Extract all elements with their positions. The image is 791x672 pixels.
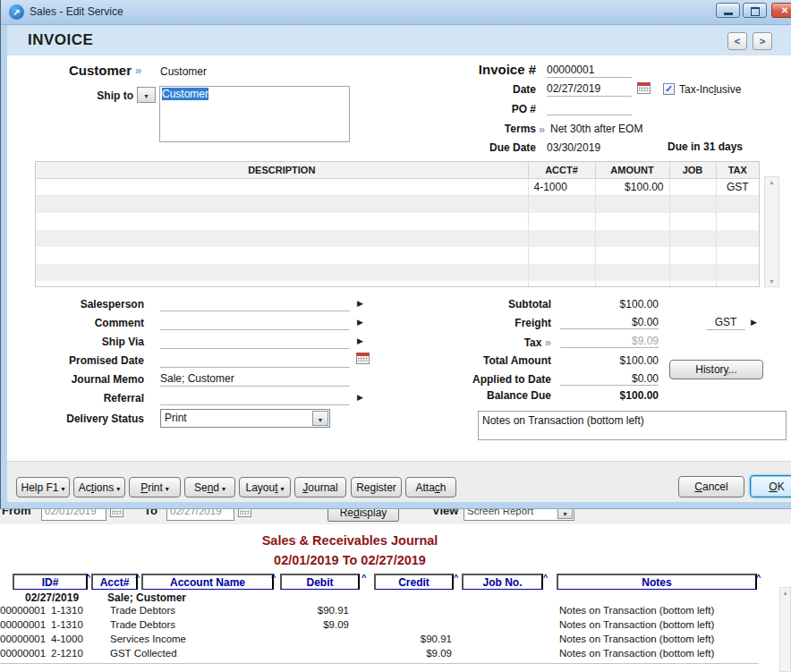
cell-acct[interactable]: 4-1000 xyxy=(528,179,595,196)
register-button[interactable]: Register xyxy=(351,477,402,498)
items-scrollbar[interactable]: ▲ ▼ xyxy=(764,176,779,287)
nav-forward-icon: > xyxy=(760,36,765,47)
customer-value[interactable]: Customer xyxy=(160,65,207,78)
report-col-job[interactable]: Job No. xyxy=(462,574,543,590)
nav-forward-button[interactable]: > xyxy=(753,32,772,50)
cell-account-name: GST Collected xyxy=(110,648,262,659)
tax-field[interactable]: $9.09 xyxy=(560,335,659,348)
ship-via-field[interactable] xyxy=(160,335,350,349)
report-col-account-name[interactable]: Account Name xyxy=(141,574,274,590)
referral-detail-arrow-icon[interactable]: ▶ xyxy=(357,393,363,402)
line-items-table: DESCRIPTION ACCT# AMOUNT JOB TAX 4-1000 … xyxy=(35,161,760,287)
delivery-status-select[interactable]: Print ▼ xyxy=(160,409,330,428)
report-col-debit[interactable]: Debit xyxy=(280,574,360,590)
ship-to-selected-text: Customer xyxy=(162,88,208,100)
line-item-row-empty[interactable] xyxy=(36,264,759,281)
help-button[interactable]: Help F1▾ xyxy=(16,477,70,498)
page-title: INVOICE xyxy=(28,31,93,49)
invoice-no-field[interactable]: 00000001 xyxy=(547,64,632,78)
scroll-up-icon[interactable]: ▲ xyxy=(765,179,778,185)
sort-caret-icon[interactable]: ^ xyxy=(454,573,458,582)
date-calendar-icon[interactable] xyxy=(637,82,651,94)
line-item-row-empty[interactable] xyxy=(36,196,759,213)
line-item-row-empty[interactable] xyxy=(36,230,759,247)
cell-description[interactable] xyxy=(36,179,528,196)
freight-tax-detail-arrow-icon[interactable]: ▶ xyxy=(751,318,757,327)
comment-detail-arrow-icon[interactable]: ▶ xyxy=(357,318,363,327)
line-item-row[interactable]: 4-1000 $100.00 GST xyxy=(36,179,759,196)
tax-inclusive-checkbox[interactable]: ✓ xyxy=(663,83,675,95)
redisplay-button[interactable]: Redisplay xyxy=(327,509,399,522)
print-button[interactable]: Print▾ xyxy=(129,477,181,498)
view-dropdown-button[interactable]: ▼ xyxy=(557,509,573,519)
report-col-credit[interactable]: Credit xyxy=(374,574,454,590)
cell-id: 00000001 xyxy=(0,605,47,616)
ship-via-detail-arrow-icon[interactable]: ▶ xyxy=(357,336,363,345)
tax-detail-chevron-icon[interactable]: » xyxy=(545,336,551,349)
from-date-input[interactable]: 02/01/2019 xyxy=(41,509,106,521)
due-date-label: Due Date xyxy=(421,141,536,154)
cell-acct: 2-1210 xyxy=(51,648,105,659)
po-field[interactable] xyxy=(547,101,632,115)
cell-amount[interactable]: $100.00 xyxy=(595,179,669,196)
sort-caret-icon[interactable]: ^ xyxy=(361,573,366,582)
promised-date-calendar-icon[interactable] xyxy=(356,353,370,364)
window-titlebar[interactable]: ↗ Sales - Edit Service ✕ xyxy=(1,0,791,25)
invoice-no-label: Invoice # xyxy=(421,62,536,77)
cell-tax[interactable]: GST xyxy=(716,179,759,196)
maximize-button[interactable] xyxy=(743,3,767,18)
report-filter-toolbar: From 02/01/2019 To 02/27/2019 Redisplay … xyxy=(0,509,791,524)
from-calendar-icon[interactable] xyxy=(110,509,123,517)
salesperson-detail-arrow-icon[interactable]: ▶ xyxy=(357,299,363,308)
ok-button[interactable]: OK xyxy=(750,475,791,498)
ship-to-textarea[interactable]: Customer xyxy=(159,86,350,142)
to-calendar-icon[interactable] xyxy=(238,509,251,517)
customer-label: Customer xyxy=(55,63,132,78)
report-col-id[interactable]: ID# xyxy=(13,574,88,590)
to-date-input[interactable]: 02/27/2019 xyxy=(166,509,234,521)
history-button[interactable]: History... xyxy=(669,360,763,379)
report-col-notes[interactable]: Notes xyxy=(557,574,757,590)
customer-detail-chevron-icon[interactable]: » xyxy=(135,64,141,77)
layout-button[interactable]: Layout▾ xyxy=(239,477,291,498)
comment-field[interactable] xyxy=(160,316,350,330)
cancel-button[interactable]: Cancel xyxy=(678,476,744,498)
date-field[interactable]: 02/27/2019 xyxy=(547,82,632,97)
journal-memo-field[interactable]: Sale; Customer xyxy=(160,372,350,387)
delivery-status-dropdown-button[interactable]: ▼ xyxy=(312,411,328,426)
close-button[interactable]: ✕ xyxy=(771,3,791,18)
line-item-row-empty[interactable] xyxy=(36,281,759,288)
promised-date-field[interactable] xyxy=(160,353,350,368)
journal-button[interactable]: Journal xyxy=(294,477,346,498)
freight-field[interactable]: $0.00 xyxy=(560,316,659,329)
report-col-acct[interactable]: Acct# xyxy=(91,574,138,590)
actions-button[interactable]: Actions▾ xyxy=(73,477,125,498)
sort-caret-icon[interactable]: ^ xyxy=(271,573,276,582)
referral-field[interactable] xyxy=(160,391,350,405)
cell-job[interactable] xyxy=(669,179,716,196)
sort-caret-icon[interactable]: ^ xyxy=(756,573,761,582)
col-header-description: DESCRIPTION xyxy=(36,162,528,179)
view-select[interactable]: Screen Report ▼ xyxy=(464,509,574,521)
nav-back-button[interactable]: < xyxy=(727,32,747,50)
send-button[interactable]: Send▾ xyxy=(184,477,235,498)
attach-button[interactable]: Attach xyxy=(405,477,456,498)
scroll-up-icon[interactable]: ▲ xyxy=(780,590,790,596)
minimize-button[interactable] xyxy=(716,3,740,18)
freight-tax-code-field[interactable]: GST xyxy=(706,316,745,330)
salesperson-field[interactable] xyxy=(160,297,350,311)
report-scrollbar[interactable]: ▲ xyxy=(779,587,791,672)
view-label: View xyxy=(432,509,458,517)
window-frame-left xyxy=(1,25,7,502)
sort-caret-icon[interactable]: ^ xyxy=(543,573,548,582)
terms-detail-chevron-icon[interactable]: » xyxy=(539,123,545,136)
ship-to-dropdown-button[interactable]: ▼ xyxy=(137,87,156,103)
transaction-notes-textarea[interactable]: Notes on Transaction (bottom left) xyxy=(478,411,787,440)
sort-caret-icon[interactable]: ^ xyxy=(86,573,90,582)
line-item-row-empty[interactable] xyxy=(36,247,759,264)
scroll-down-icon[interactable]: ▼ xyxy=(765,278,778,285)
applied-to-date-field[interactable]: $0.00 xyxy=(560,372,659,386)
salesperson-label: Salesperson xyxy=(19,298,144,310)
sort-caret-icon[interactable]: ^ xyxy=(135,573,140,582)
line-item-row-empty[interactable] xyxy=(36,213,759,230)
